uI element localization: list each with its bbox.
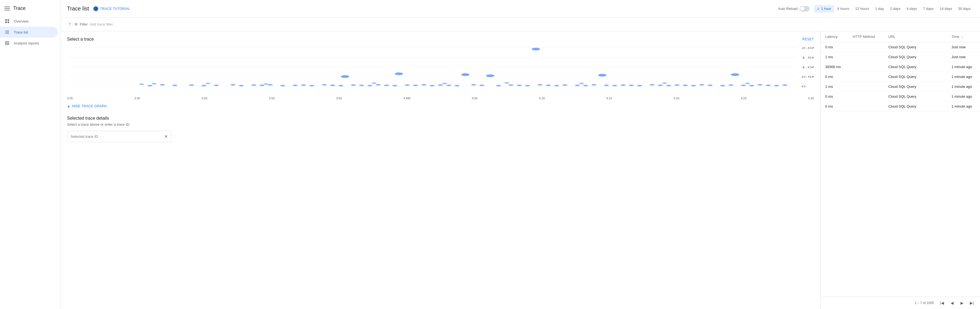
svg-point-64 bbox=[562, 84, 567, 86]
svg-text:2.0M: 2.0M bbox=[802, 47, 814, 49]
next-page-button[interactable]: ▶ bbox=[958, 299, 966, 307]
svg-point-31 bbox=[239, 85, 244, 86]
svg-point-86 bbox=[766, 84, 771, 86]
svg-point-29 bbox=[214, 84, 219, 86]
svg-point-40 bbox=[330, 84, 335, 86]
sidebar-item-trace-list[interactable]: Trace list bbox=[0, 27, 58, 38]
col-latency: Latency bbox=[821, 31, 848, 42]
svg-point-43 bbox=[359, 84, 364, 86]
table-row[interactable]: 0 msCloud SQL Query1 minute ago bbox=[821, 92, 980, 102]
sidebar-item-analysis-reports[interactable]: Analysis reports bbox=[0, 38, 58, 49]
pagination-info: 1 – 7 of 1000 bbox=[915, 301, 934, 305]
svg-point-27 bbox=[189, 84, 194, 86]
prev-page-button[interactable]: ◀ bbox=[948, 299, 956, 307]
time-filter-30days[interactable]: 30 days bbox=[955, 5, 974, 12]
table-row[interactable]: 38366 msCloud SQL Query1 minute ago bbox=[821, 62, 980, 72]
svg-point-30 bbox=[231, 84, 235, 86]
svg-rect-0 bbox=[5, 19, 6, 21]
cell-latency: 38366 ms bbox=[821, 62, 848, 72]
last-page-button[interactable]: ▶| bbox=[968, 299, 975, 307]
cell-time: Just now bbox=[947, 42, 980, 52]
svg-point-90 bbox=[151, 83, 156, 84]
auto-reload-toggle[interactable] bbox=[800, 6, 810, 11]
cell-time: 1 minute ago bbox=[947, 72, 980, 82]
svg-point-23 bbox=[731, 73, 739, 76]
hamburger-icon[interactable] bbox=[5, 6, 10, 10]
table-row[interactable]: 0 msCloud SQL Query1 minute ago bbox=[821, 72, 980, 82]
cell-latency: 1 ms bbox=[821, 82, 848, 92]
traces-table: Latency HTTP Method URL Time ↓ 0 msCloud… bbox=[821, 31, 980, 111]
svg-point-81 bbox=[720, 85, 725, 86]
svg-point-24 bbox=[147, 85, 152, 86]
time-filter-12hours[interactable]: 12 hours bbox=[853, 5, 872, 12]
x-label-5: 4 AM bbox=[403, 97, 410, 100]
svg-point-50 bbox=[422, 84, 426, 86]
sidebar-item-overview[interactable]: Overview bbox=[0, 16, 58, 27]
chart-x-labels: 3:35 3:40 3:45 3:50 3:55 4 AM 4:05 4:10 … bbox=[67, 97, 814, 100]
cell-url: Cloud SQL Query bbox=[884, 72, 947, 82]
svg-point-74 bbox=[658, 84, 663, 86]
content-area: ? ≡ Filter Select a trace RESET bbox=[60, 18, 980, 309]
chart-container[interactable]: 2.0M 1.5M 1.0M 0.5M 0 bbox=[67, 45, 814, 94]
time-filter-14days[interactable]: 14 days bbox=[937, 5, 955, 12]
svg-point-41 bbox=[339, 85, 344, 86]
cell-http_method bbox=[848, 52, 884, 62]
hide-trace-graph-button[interactable]: ▲ HIDE TRACE GRAPH bbox=[67, 104, 107, 108]
table-row[interactable]: 1 msCloud SQL QueryJust now bbox=[821, 52, 980, 62]
svg-point-17 bbox=[532, 48, 540, 51]
table-body: 0 msCloud SQL QueryJust now1 msCloud SQL… bbox=[821, 42, 980, 111]
x-label-9: 4:20 bbox=[673, 97, 679, 100]
svg-text:1.5M: 1.5M bbox=[802, 56, 814, 59]
chart-header: Select a trace RESET bbox=[67, 37, 814, 42]
chart-panel: Select a trace RESET 2.0M 1.5M bbox=[60, 31, 821, 309]
svg-point-55 bbox=[471, 84, 476, 86]
svg-point-72 bbox=[637, 85, 642, 86]
x-label-2: 3:45 bbox=[202, 97, 207, 100]
svg-point-92 bbox=[264, 83, 269, 85]
time-filter-7days[interactable]: 7 days bbox=[920, 5, 936, 12]
tutorial-link[interactable]: 🎓 TRACE TUTORIAL bbox=[93, 6, 130, 11]
clear-icon[interactable]: ✕ bbox=[164, 134, 168, 139]
analysis-reports-icon bbox=[5, 40, 10, 46]
svg-point-35 bbox=[280, 85, 285, 86]
svg-point-62 bbox=[546, 84, 550, 86]
time-filter-1day[interactable]: 1 day bbox=[872, 5, 887, 12]
check-icon: ✓ bbox=[817, 6, 820, 11]
table-panel: Latency HTTP Method URL Time ↓ 0 msCloud… bbox=[821, 31, 980, 309]
svg-point-97 bbox=[662, 82, 667, 84]
svg-point-19 bbox=[395, 72, 403, 75]
cell-url: Cloud SQL Query bbox=[884, 52, 947, 62]
svg-point-48 bbox=[405, 84, 410, 86]
svg-point-98 bbox=[745, 83, 750, 84]
x-label-8: 4:15 bbox=[606, 97, 612, 100]
x-label-11: 4:30 bbox=[808, 97, 814, 100]
cell-http_method bbox=[848, 102, 884, 111]
svg-point-20 bbox=[461, 73, 469, 76]
time-filter-2days[interactable]: 2 days bbox=[887, 5, 903, 12]
col-time[interactable]: Time ↓ bbox=[947, 31, 980, 42]
svg-point-58 bbox=[508, 84, 513, 86]
svg-text:0: 0 bbox=[802, 85, 806, 88]
help-icon[interactable]: ? bbox=[67, 22, 72, 27]
filter-input[interactable] bbox=[90, 22, 974, 26]
auto-reload-label: Auto Reload bbox=[778, 6, 798, 11]
table-row[interactable]: 0 msCloud SQL Query1 minute ago bbox=[821, 102, 980, 111]
svg-point-75 bbox=[666, 85, 671, 86]
sidebar-item-label-trace-list: Trace list bbox=[14, 30, 28, 34]
svg-rect-1 bbox=[8, 19, 9, 21]
svg-point-73 bbox=[649, 84, 654, 86]
time-filter-4days[interactable]: 4 days bbox=[904, 5, 920, 12]
table-row[interactable]: 1 msCloud SQL Query1 minute ago bbox=[821, 82, 980, 92]
time-filter-1hour[interactable]: ✓ 1 hour bbox=[814, 5, 834, 13]
sidebar-header: Trace bbox=[0, 2, 60, 16]
svg-point-84 bbox=[749, 85, 754, 86]
reset-button[interactable]: RESET bbox=[802, 37, 814, 41]
svg-point-54 bbox=[455, 85, 460, 86]
svg-point-70 bbox=[620, 84, 625, 86]
svg-point-71 bbox=[629, 84, 634, 86]
table-row[interactable]: 0 msCloud SQL QueryJust now bbox=[821, 42, 980, 52]
first-page-button[interactable]: |◀ bbox=[938, 299, 946, 307]
svg-point-32 bbox=[251, 84, 256, 86]
trace-id-input[interactable] bbox=[70, 134, 164, 139]
time-filter-6hours[interactable]: 6 hours bbox=[835, 5, 852, 12]
